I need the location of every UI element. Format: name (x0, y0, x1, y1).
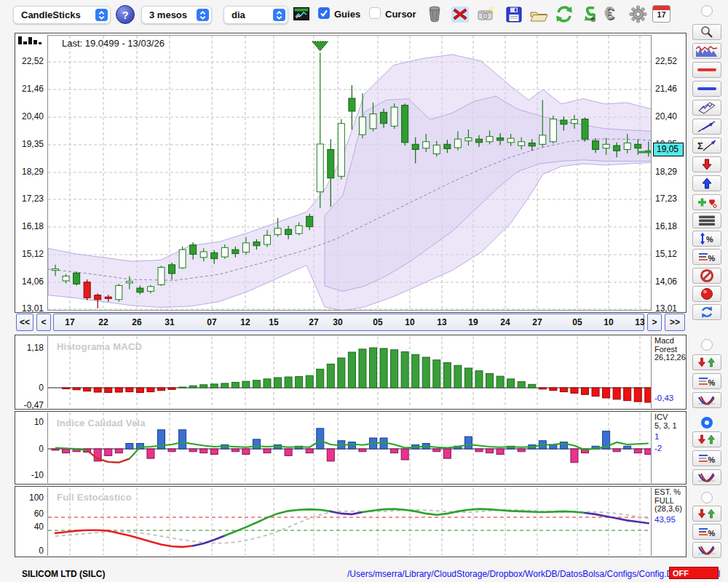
stochastic-curves-button[interactable] (692, 542, 721, 558)
stochastic-plot[interactable] (47, 487, 652, 556)
add-marker-button[interactable] (692, 194, 721, 210)
channel-icon (697, 101, 717, 114)
date-axis-label: 19 (468, 317, 478, 327)
zoom-icon (699, 25, 715, 39)
sync-back-icon (581, 5, 598, 23)
icv-name: ICV5, 3, 1 (654, 413, 677, 430)
volume-mini-icon[interactable] (17, 35, 42, 49)
chevron-updown-icon (197, 9, 209, 21)
disable-tool-button[interactable] (692, 268, 721, 284)
trash-button[interactable] (424, 4, 445, 24)
config-path[interactable]: /Users/mserra/Library/CloudStorage/Dropb… (347, 569, 720, 579)
refresh-button[interactable] (554, 4, 574, 24)
price-axis-label: 14,06 (17, 276, 44, 287)
symbol-label: SILICOM LTD (SILC) (22, 569, 105, 579)
macd-arrows-button[interactable] (692, 354, 721, 370)
lines-percent-button[interactable]: % (692, 249, 721, 265)
sum-line-tool-button[interactable]: Σ (692, 137, 721, 154)
refresh-icon (555, 5, 574, 23)
blue-up-arrow-icon (702, 178, 712, 189)
cursor-checkbox[interactable] (369, 7, 381, 19)
no-entry-icon (700, 268, 714, 283)
date-axis-label: 13 (437, 317, 446, 327)
price-axis-label: 18,29 (17, 167, 44, 177)
interval-select[interactable]: dia (223, 6, 288, 24)
scroll-right-button[interactable]: > (647, 314, 662, 331)
record-button[interactable] (692, 286, 721, 302)
stochastic-percent-button[interactable]: % (692, 524, 721, 540)
date-axis-label: 05 (373, 317, 382, 327)
price-axis-label: 18,29 (655, 167, 684, 177)
date-axis-strip[interactable]: 172226310712152730051013192427051013 (53, 314, 644, 331)
date-axis-label: 07 (207, 317, 216, 327)
stochastic-axis-label: 0 (17, 546, 44, 556)
settings-button[interactable] (628, 4, 648, 24)
svg-text:%: % (708, 378, 716, 387)
euro-icon[interactable]: € (604, 3, 614, 23)
calendar-button[interactable]: 17 (652, 5, 670, 23)
icv-radio[interactable] (701, 417, 713, 428)
main-chart-radio[interactable] (701, 5, 713, 17)
red-line-tool-button[interactable] (692, 62, 721, 78)
snapshot-button[interactable] (476, 4, 496, 25)
stochastic-arrows-button[interactable] (692, 506, 721, 522)
delete-button[interactable] (450, 4, 470, 25)
stochastic-radio[interactable] (701, 492, 713, 503)
macd-radio[interactable] (701, 339, 713, 351)
curves-icon (697, 394, 716, 406)
trendline-tool-button[interactable] (692, 119, 721, 135)
svg-text:%: % (708, 529, 716, 538)
svg-text:Σ: Σ (697, 140, 703, 151)
icv-axis-label: -10 (17, 470, 44, 480)
macd-percent-button[interactable]: % (692, 373, 721, 389)
main-chart-plot[interactable] (47, 35, 652, 311)
chart-window-button[interactable] (293, 5, 310, 23)
stochastic-axis-label: 60 (17, 509, 44, 519)
blue-line-tool-button[interactable] (692, 81, 721, 97)
save-button[interactable] (504, 4, 524, 25)
date-axis-label: 26 (132, 317, 141, 327)
sell-marker-button[interactable] (692, 156, 721, 172)
date-axis-label: 22 (98, 317, 108, 327)
buy-marker-button[interactable] (692, 175, 721, 191)
zoom-tool-button[interactable] (692, 24, 721, 40)
reload-data-button[interactable] (692, 304, 721, 320)
stochastic-axis-label: 40 (17, 522, 44, 532)
lines-percent-icon: % (697, 453, 716, 464)
sync-button[interactable] (579, 4, 600, 24)
icv-arrows-button[interactable] (692, 431, 721, 447)
guies-checkbox[interactable] (318, 7, 330, 19)
updown-arrows-icon (697, 434, 716, 445)
icv-percent-button[interactable]: % (692, 450, 721, 466)
curves-icon (697, 544, 716, 556)
date-axis-label: 27 (532, 317, 542, 327)
open-button[interactable] (529, 5, 549, 25)
help-button[interactable]: ? (116, 5, 135, 24)
indicator-panel-button[interactable] (692, 43, 721, 59)
price-axis-label: 20,40 (655, 111, 684, 121)
price-axis-label: 16,18 (17, 221, 44, 231)
date-axis-label: 31 (165, 317, 174, 327)
channel-tool-button[interactable] (692, 100, 721, 116)
price-axis-label: 22,52 (17, 56, 44, 66)
icv-curves-button[interactable] (692, 469, 721, 485)
off-toggle-button[interactable]: OFF (669, 567, 719, 579)
icv-bar-value: -2 (654, 444, 662, 453)
macd-curves-button[interactable] (692, 392, 721, 408)
macd-axis-label: -0,47 (17, 400, 44, 410)
cursor-label: Cursor (385, 9, 416, 20)
scroll-left-button[interactable]: < (36, 314, 51, 331)
macd-axis-label: 1,18 (17, 343, 44, 353)
scroll-far-left-button[interactable]: << (16, 314, 33, 331)
period-select[interactable]: 3 mesos (141, 6, 212, 24)
stochastic-name: EST. %FULL(28,3,6) (654, 488, 682, 514)
list-tool-button[interactable] (692, 212, 721, 228)
list-icon (697, 215, 716, 226)
scroll-far-right-button[interactable]: >> (665, 314, 685, 331)
stochastic-axis-label: 100 (17, 493, 44, 503)
chevron-updown-icon (95, 9, 108, 21)
chart-type-select[interactable]: CandleSticks (13, 6, 111, 24)
date-axis-label: 27 (309, 317, 318, 327)
measure-percent-button[interactable]: % (692, 231, 721, 247)
price-axis-label: 15,12 (655, 249, 684, 259)
